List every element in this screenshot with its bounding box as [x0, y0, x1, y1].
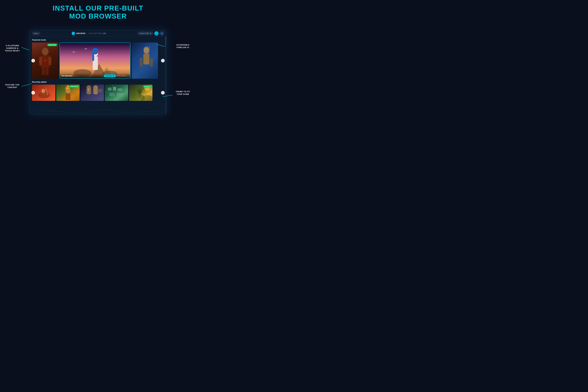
scrollbar-track [166, 37, 166, 114]
svg-rect-24 [140, 58, 143, 67]
svg-rect-3 [48, 57, 51, 65]
card-3-image [132, 42, 158, 79]
svg-rect-36 [66, 93, 70, 100]
svg-rect-2 [39, 57, 42, 65]
title-line2: MOD BROWSER [0, 12, 196, 20]
svg-rect-41 [87, 89, 90, 90]
title-line1: INSTALL OUR PRE-BUILT [0, 4, 196, 12]
browser-window: Back m. BROWSE | COLLECTION AR Search & … [30, 30, 166, 114]
svg-point-58 [138, 89, 142, 94]
svg-rect-4 [42, 68, 45, 75]
featured-card-3[interactable] [132, 42, 158, 79]
nav-collection-badge: AR [103, 32, 106, 34]
top-right-controls: Search & filter ⚙ ≡ [138, 31, 164, 36]
recent-card-2[interactable]: Downloading [56, 84, 80, 101]
svg-rect-46 [118, 88, 122, 91]
svg-point-6 [44, 60, 46, 62]
svg-rect-5 [46, 68, 48, 75]
featured-card-2[interactable]: The Nemesis Subscribe ✕ ⊞ More options Y [60, 42, 130, 79]
svg-marker-23 [149, 46, 150, 47]
svg-point-42 [98, 89, 102, 92]
featured-card-1[interactable]: Subscribed [32, 42, 58, 79]
recently-section: Recently added ‹ [32, 81, 164, 101]
svg-point-34 [67, 85, 69, 86]
recently-prev-button[interactable]: ‹ [31, 91, 35, 94]
featured-prev-button[interactable]: ‹ [31, 59, 35, 62]
annotation-bottom-right: THEME TO FIT YOUR GAME [173, 90, 193, 96]
card-2-image [60, 43, 130, 78]
featured-card-2-name: The Nemesis [61, 75, 72, 77]
svg-rect-40 [88, 88, 89, 92]
annotation-top-left: X-PLATFORM GAMEPAD & TOUCH READY [3, 44, 22, 52]
featured-carousel: ‹ [32, 42, 164, 79]
svg-rect-47 [109, 93, 114, 96]
top-bar: Back m. BROWSE | COLLECTION AR Search & … [30, 30, 166, 37]
back-button[interactable]: Back [32, 32, 40, 35]
scrollbar-thumb[interactable] [166, 37, 166, 46]
search-filter-button[interactable]: Search & filter ⚙ [138, 32, 153, 35]
nav-browse-tab[interactable]: BROWSE [76, 32, 86, 34]
svg-rect-50 [112, 84, 113, 101]
subscribe-button[interactable]: Subscribe ✕ [104, 74, 116, 77]
featured-section-title: Featured mods [32, 39, 164, 41]
page-title-block: INSTALL OUR PRE-BUILT MOD BROWSER [0, 0, 196, 20]
svg-rect-44 [108, 88, 112, 90]
mod-io-icon: m. [72, 32, 75, 35]
svg-rect-49 [105, 92, 128, 92]
user-avatar[interactable] [154, 31, 158, 36]
gear-icon: ⚙ [150, 32, 151, 34]
svg-rect-39 [80, 84, 104, 101]
svg-rect-38 [74, 94, 75, 98]
recent-card-5[interactable]: Subscribed [129, 84, 152, 101]
annotation-bottom-left: FEATURE TOP CONTENT [3, 84, 22, 89]
recent-card-5-badge: Subscribed [143, 86, 152, 88]
recent-card-3[interactable] [80, 84, 104, 101]
featured-actions: Subscribe ✕ ⊞ More options Y [104, 74, 128, 77]
svg-rect-45 [113, 87, 116, 90]
svg-rect-43 [105, 84, 128, 101]
svg-point-29 [42, 89, 45, 93]
recently-next-button[interactable]: › [161, 91, 165, 94]
card-1-image [32, 42, 58, 79]
nav-tabs: m. BROWSE | COLLECTION AR [72, 32, 106, 35]
svg-rect-21 [144, 54, 149, 64]
more-options-button[interactable]: ⊞ More options Y [117, 75, 128, 77]
recent-card-1[interactable] [32, 84, 55, 101]
nav-separator: | [87, 32, 87, 35]
x-icon: ✕ [112, 75, 114, 77]
featured-card-2-label: The Nemesis Subscribe ✕ ⊞ More options Y [60, 73, 130, 78]
wave-decoration [30, 108, 166, 114]
svg-rect-15 [92, 52, 94, 61]
recent-card-2-badge: Downloading [69, 86, 79, 88]
recent-card-4[interactable] [105, 84, 128, 101]
y-icon: Y [126, 75, 128, 77]
featured-next-button[interactable]: › [161, 59, 165, 62]
menu-icon[interactable]: ≡ [160, 31, 164, 36]
nav-collection-tab[interactable]: COLLECTION [88, 32, 102, 34]
svg-rect-22 [149, 47, 150, 65]
content-area: Featured mods ‹ [30, 37, 166, 114]
recently-section-title: Recently added [32, 81, 164, 83]
svg-point-33 [66, 86, 67, 88]
card-1-subscribed-badge: Subscribed [47, 44, 57, 46]
svg-rect-25 [150, 58, 153, 67]
recently-carousel: ‹ [32, 84, 164, 101]
svg-point-0 [42, 48, 48, 55]
annotation-top-right: ACCESSIBLE FAMILIAR UI [173, 44, 193, 49]
svg-rect-48 [117, 93, 123, 97]
